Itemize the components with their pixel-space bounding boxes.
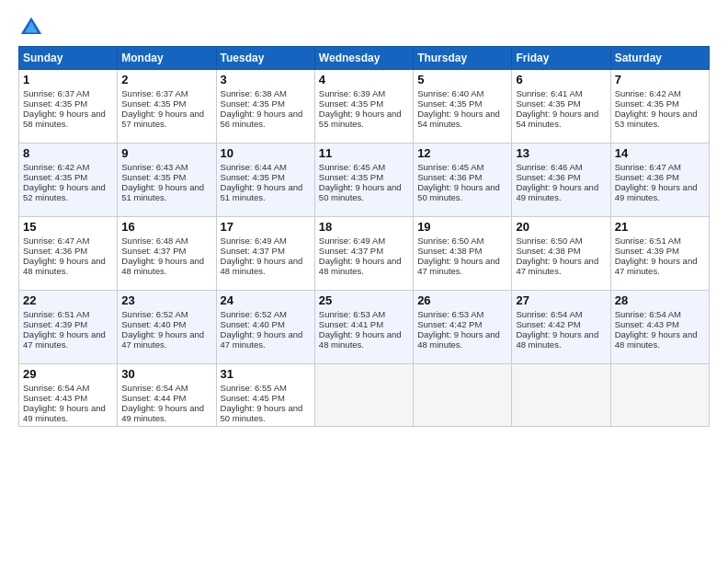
day-number: 15 xyxy=(23,220,113,234)
daylight-label: Daylight: 9 hours and 47 minutes. xyxy=(121,329,204,350)
calendar-cell: 3Sunrise: 6:38 AMSunset: 4:35 PMDaylight… xyxy=(216,70,314,144)
day-number: 10 xyxy=(221,146,311,160)
day-number: 17 xyxy=(221,220,311,234)
calendar-cell xyxy=(414,364,512,427)
day-number: 13 xyxy=(516,146,606,160)
daylight-label: Daylight: 9 hours and 48 minutes. xyxy=(319,256,402,276)
daylight-label: Daylight: 9 hours and 54 minutes. xyxy=(417,109,500,129)
sunrise-line: Sunrise: 6:41 AM xyxy=(516,88,582,98)
day-number: 26 xyxy=(417,293,507,307)
sunrise-line: Sunrise: 6:49 AM xyxy=(319,236,385,246)
day-number: 22 xyxy=(23,293,113,307)
page: SundayMondayTuesdayWednesdayThursdayFrid… xyxy=(0,0,728,563)
calendar-cell: 30Sunrise: 6:54 AMSunset: 4:44 PMDayligh… xyxy=(118,364,216,427)
daylight-label: Daylight: 9 hours and 50 minutes. xyxy=(221,403,303,423)
calendar-cell: 28Sunrise: 6:54 AMSunset: 4:43 PMDayligh… xyxy=(610,291,709,364)
day-number: 5 xyxy=(417,73,507,86)
daylight-label: Daylight: 9 hours and 48 minutes. xyxy=(319,329,402,350)
sunrise-line: Sunrise: 6:38 AM xyxy=(221,88,287,98)
calendar-cell: 2Sunrise: 6:37 AMSunset: 4:35 PMDaylight… xyxy=(118,70,216,144)
sunset-line: Sunset: 4:35 PM xyxy=(319,98,383,109)
sunset-line: Sunset: 4:45 PM xyxy=(221,393,285,403)
daylight-label: Daylight: 9 hours and 54 minutes. xyxy=(516,109,598,129)
calendar-cell: 4Sunrise: 6:39 AMSunset: 4:35 PMDaylight… xyxy=(314,70,413,144)
daylight-label: Daylight: 9 hours and 50 minutes. xyxy=(319,182,402,202)
calendar-cell: 23Sunrise: 6:52 AMSunset: 4:40 PMDayligh… xyxy=(118,291,216,364)
calendar-cell: 21Sunrise: 6:51 AMSunset: 4:39 PMDayligh… xyxy=(610,217,709,291)
sunrise-line: Sunrise: 6:50 AM xyxy=(516,236,582,246)
calendar-cell: 27Sunrise: 6:54 AMSunset: 4:42 PMDayligh… xyxy=(512,291,610,364)
day-number: 9 xyxy=(121,146,211,160)
day-header-saturday: Saturday xyxy=(610,47,709,70)
sunset-line: Sunset: 4:44 PM xyxy=(121,393,186,403)
sunrise-line: Sunrise: 6:52 AM xyxy=(221,309,287,319)
calendar-cell: 12Sunrise: 6:45 AMSunset: 4:36 PMDayligh… xyxy=(414,144,512,217)
day-number: 21 xyxy=(615,220,705,234)
sunset-line: Sunset: 4:35 PM xyxy=(417,98,482,109)
sunrise-line: Sunrise: 6:51 AM xyxy=(615,236,681,246)
sunset-line: Sunset: 4:36 PM xyxy=(23,246,87,256)
sunset-line: Sunset: 4:35 PM xyxy=(516,98,580,109)
daylight-label: Daylight: 9 hours and 47 minutes. xyxy=(615,256,698,276)
daylight-label: Daylight: 9 hours and 47 minutes. xyxy=(516,256,598,276)
sunset-line: Sunset: 4:39 PM xyxy=(615,246,679,256)
sunrise-line: Sunrise: 6:42 AM xyxy=(615,88,681,98)
day-number: 29 xyxy=(23,367,113,381)
logo-icon xyxy=(18,15,44,40)
logo xyxy=(18,15,48,40)
daylight-label: Daylight: 9 hours and 49 minutes. xyxy=(23,403,106,423)
calendar-cell: 7Sunrise: 6:42 AMSunset: 4:35 PMDaylight… xyxy=(610,70,709,144)
sunset-line: Sunset: 4:35 PM xyxy=(23,98,87,109)
calendar-cell: 25Sunrise: 6:53 AMSunset: 4:41 PMDayligh… xyxy=(314,291,413,364)
daylight-label: Daylight: 9 hours and 57 minutes. xyxy=(121,109,204,129)
sunrise-line: Sunrise: 6:42 AM xyxy=(23,162,89,172)
sunset-line: Sunset: 4:39 PM xyxy=(23,319,87,329)
daylight-label: Daylight: 9 hours and 58 minutes. xyxy=(23,109,106,129)
calendar-cell: 10Sunrise: 6:44 AMSunset: 4:35 PMDayligh… xyxy=(216,144,314,217)
calendar-cell: 24Sunrise: 6:52 AMSunset: 4:40 PMDayligh… xyxy=(216,291,314,364)
week-row-1: 1Sunrise: 6:37 AMSunset: 4:35 PMDaylight… xyxy=(19,70,710,144)
day-number: 30 xyxy=(121,367,211,381)
calendar-header-row: SundayMondayTuesdayWednesdayThursdayFrid… xyxy=(19,47,710,70)
sunrise-line: Sunrise: 6:50 AM xyxy=(417,236,483,246)
calendar-cell: 19Sunrise: 6:50 AMSunset: 4:38 PMDayligh… xyxy=(414,217,512,291)
daylight-label: Daylight: 9 hours and 48 minutes. xyxy=(121,256,204,276)
sunrise-line: Sunrise: 6:40 AM xyxy=(417,88,483,98)
daylight-label: Daylight: 9 hours and 48 minutes. xyxy=(615,329,698,350)
daylight-label: Daylight: 9 hours and 50 minutes. xyxy=(417,182,500,202)
sunrise-line: Sunrise: 6:43 AM xyxy=(121,162,188,172)
daylight-label: Daylight: 9 hours and 49 minutes. xyxy=(516,182,598,202)
sunset-line: Sunset: 4:40 PM xyxy=(121,319,186,329)
sunrise-line: Sunrise: 6:48 AM xyxy=(121,236,188,246)
sunrise-line: Sunrise: 6:39 AM xyxy=(319,88,385,98)
sunrise-line: Sunrise: 6:53 AM xyxy=(417,309,483,319)
calendar-cell xyxy=(314,364,413,427)
sunset-line: Sunset: 4:35 PM xyxy=(319,172,383,182)
daylight-label: Daylight: 9 hours and 48 minutes. xyxy=(221,256,303,276)
day-number: 14 xyxy=(615,146,705,160)
calendar-cell: 11Sunrise: 6:45 AMSunset: 4:35 PMDayligh… xyxy=(314,144,413,217)
week-row-5: 29Sunrise: 6:54 AMSunset: 4:43 PMDayligh… xyxy=(19,364,710,427)
day-number: 3 xyxy=(221,73,311,86)
day-number: 2 xyxy=(121,73,211,86)
day-header-wednesday: Wednesday xyxy=(314,47,413,70)
sunrise-line: Sunrise: 6:45 AM xyxy=(319,162,385,172)
sunset-line: Sunset: 4:41 PM xyxy=(319,319,383,329)
sunrise-line: Sunrise: 6:54 AM xyxy=(23,383,89,393)
calendar-cell: 26Sunrise: 6:53 AMSunset: 4:42 PMDayligh… xyxy=(414,291,512,364)
sunset-line: Sunset: 4:35 PM xyxy=(615,98,679,109)
sunset-line: Sunset: 4:35 PM xyxy=(221,98,285,109)
week-row-3: 15Sunrise: 6:47 AMSunset: 4:36 PMDayligh… xyxy=(19,217,710,291)
sunset-line: Sunset: 4:37 PM xyxy=(121,246,186,256)
daylight-label: Daylight: 9 hours and 48 minutes. xyxy=(23,256,106,276)
sunrise-line: Sunrise: 6:49 AM xyxy=(221,236,287,246)
sunset-line: Sunset: 4:38 PM xyxy=(516,246,580,256)
day-number: 31 xyxy=(221,367,311,381)
sunset-line: Sunset: 4:42 PM xyxy=(516,319,580,329)
sunset-line: Sunset: 4:38 PM xyxy=(417,246,482,256)
calendar-cell: 20Sunrise: 6:50 AMSunset: 4:38 PMDayligh… xyxy=(512,217,610,291)
calendar-cell xyxy=(512,364,610,427)
calendar-cell: 15Sunrise: 6:47 AMSunset: 4:36 PMDayligh… xyxy=(19,217,118,291)
calendar-cell: 13Sunrise: 6:46 AMSunset: 4:36 PMDayligh… xyxy=(512,144,610,217)
day-header-monday: Monday xyxy=(118,47,216,70)
